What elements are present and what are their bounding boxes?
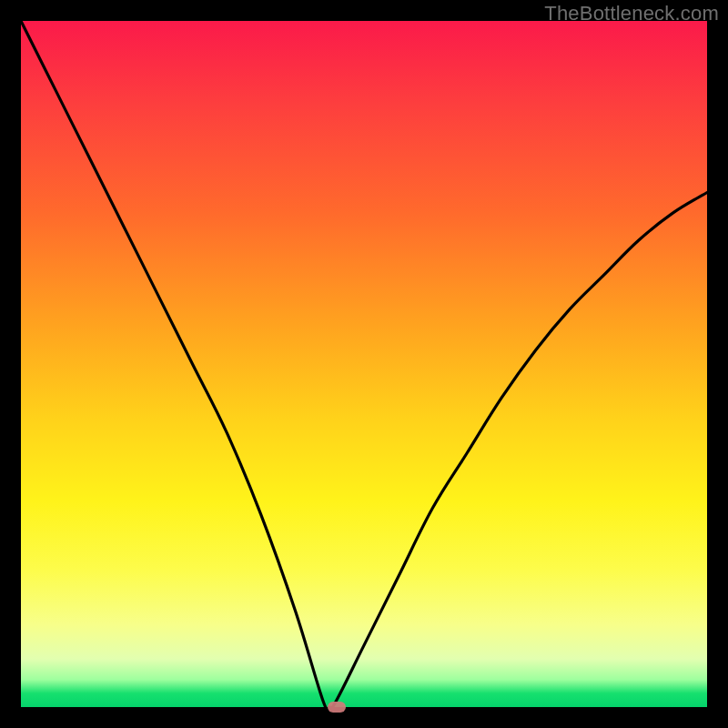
vertex-marker [328, 702, 346, 713]
plot-area [21, 21, 707, 707]
watermark-text: TheBottleneck.com [544, 2, 719, 25]
chart-frame: TheBottleneck.com [0, 0, 728, 728]
bottleneck-curve [21, 21, 707, 707]
